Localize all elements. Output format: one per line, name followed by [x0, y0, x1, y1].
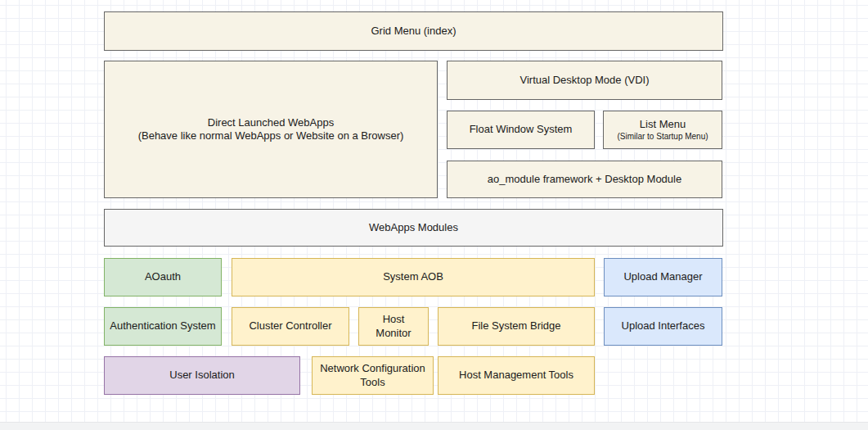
diagram-canvas[interactable]: Grid Menu (index) Direct Launched WebApp…: [0, 0, 868, 430]
shape-upload-manager[interactable]: Upload Manager: [604, 258, 722, 296]
shape-authentication-system[interactable]: Authentication System: [104, 307, 222, 346]
shape-webapps-modules[interactable]: WebApps Modules: [104, 209, 723, 247]
shape-host-monitor[interactable]: Host Monitor: [358, 307, 429, 346]
shape-ao-module-framework[interactable]: ao_module framework + Desktop Module: [447, 161, 722, 198]
shape-aoauth[interactable]: AOauth: [104, 258, 222, 296]
shape-authentication-system-label: Authentication System: [110, 319, 215, 333]
shape-upload-interfaces[interactable]: Upload Interfaces: [604, 307, 722, 346]
horizontal-scrollbar[interactable]: [0, 422, 868, 430]
shape-system-aob-label: System AOB: [383, 270, 443, 283]
shape-float-window-system-label: Float Window System: [470, 123, 573, 136]
shape-list-menu-label: List Menu: [640, 118, 686, 131]
shape-upload-manager-label: Upload Manager: [623, 270, 702, 283]
shape-cluster-controller[interactable]: Cluster Controller: [232, 307, 349, 346]
shape-upload-interfaces-label: Upload Interfaces: [622, 319, 705, 333]
shape-grid-menu-label: Grid Menu (index): [371, 25, 456, 38]
shape-system-aob[interactable]: System AOB: [232, 258, 595, 296]
shape-webapps-modules-label: WebApps Modules: [369, 221, 458, 234]
shape-list-menu[interactable]: List Menu (Similar to Startup Menu): [603, 111, 722, 149]
shape-ao-module-framework-label: ao_module framework + Desktop Module: [488, 173, 681, 186]
shape-aoauth-label: AOauth: [145, 270, 181, 283]
shape-virtual-desktop-mode[interactable]: Virtual Desktop Mode (VDI): [447, 61, 722, 100]
shape-host-monitor-label: Host Monitor: [364, 313, 423, 340]
shape-host-management-tools[interactable]: Host Management Tools: [438, 356, 595, 395]
shape-list-menu-sublabel: (Similar to Startup Menu): [617, 132, 708, 143]
shape-network-configuration-tools-label: Network Configuration Tools: [317, 362, 428, 389]
shape-float-window-system[interactable]: Float Window System: [447, 111, 595, 149]
shape-user-isolation-label: User Isolation: [169, 369, 234, 382]
shape-user-isolation[interactable]: User Isolation: [104, 356, 300, 395]
shape-cluster-controller-label: Cluster Controller: [249, 319, 331, 333]
shape-direct-launched-webapps[interactable]: Direct Launched WebApps (Behave like nor…: [104, 61, 438, 198]
shape-network-configuration-tools[interactable]: Network Configuration Tools: [312, 356, 434, 395]
shape-host-management-tools-label: Host Management Tools: [459, 369, 573, 382]
shape-file-system-bridge[interactable]: File System Bridge: [438, 307, 595, 346]
shape-file-system-bridge-label: File System Bridge: [471, 319, 560, 333]
shape-grid-menu[interactable]: Grid Menu (index): [104, 11, 723, 51]
shape-direct-launched-webapps-label: Direct Launched WebApps (Behave like nor…: [138, 116, 404, 143]
shape-virtual-desktop-mode-label: Virtual Desktop Mode (VDI): [520, 74, 650, 87]
